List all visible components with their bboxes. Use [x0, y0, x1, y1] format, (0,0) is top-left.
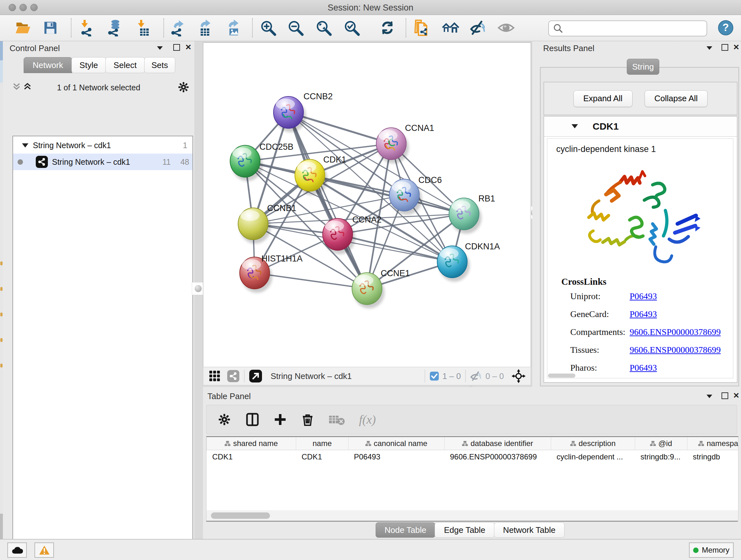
- network-list: String Network – cdk1 1 String Network –…: [12, 136, 193, 560]
- column-header-name[interactable]: name: [296, 437, 348, 450]
- table-cell[interactable]: CDK1: [296, 450, 348, 463]
- search-box[interactable]: [548, 20, 707, 37]
- tab-edge-table[interactable]: Edge Table: [434, 522, 495, 538]
- warning-icon: [39, 545, 50, 555]
- control-panel: Control Panel ✕ NetworkStyleSelectSets 1…: [3, 41, 194, 539]
- import-network-file-icon[interactable]: [78, 19, 96, 37]
- cloud-icon: [11, 546, 23, 554]
- hide-panel-eye-icon[interactable]: [469, 19, 487, 37]
- show-columns-icon[interactable]: [246, 413, 259, 427]
- share-file-icon[interactable]: [413, 19, 431, 37]
- zoom-out-icon[interactable]: [286, 19, 305, 37]
- table-panel-close-icon[interactable]: ✕: [733, 392, 739, 399]
- column-header-canonical-name[interactable]: canonical name: [348, 437, 444, 450]
- crosslink-link[interactable]: 9606.ENSP00000378699: [630, 345, 721, 355]
- zoom-selected-icon[interactable]: [343, 19, 360, 37]
- results-panel-close-icon[interactable]: ✕: [733, 44, 739, 51]
- toolbar-separator: [163, 18, 164, 37]
- column-header-database-identifier[interactable]: database identifier: [444, 437, 551, 450]
- selected-checkbox-icon[interactable]: [429, 371, 439, 381]
- export-network-icon[interactable]: [169, 19, 186, 37]
- help-icon[interactable]: ?: [717, 19, 735, 37]
- network-row-selected[interactable]: String Network – cdk1 11 48: [13, 153, 192, 170]
- tab-sets[interactable]: Sets: [144, 57, 175, 73]
- birdseye-view-icon[interactable]: [249, 369, 262, 383]
- home-pages-icon[interactable]: [441, 19, 459, 37]
- gene-section-header[interactable]: CDK1: [544, 117, 737, 137]
- pan-crosshair-icon[interactable]: [511, 368, 526, 384]
- gene-details: cyclin-dependent kinase 1: [547, 138, 733, 378]
- status-bar: Memory: [0, 539, 741, 560]
- tab-style[interactable]: Style: [71, 57, 106, 73]
- delete-table-icon: [328, 413, 345, 426]
- column-header-description[interactable]: description: [551, 437, 635, 450]
- table-cell[interactable]: stringdb:9...: [635, 450, 687, 463]
- save-session-icon[interactable]: [42, 19, 59, 37]
- table-gear-icon[interactable]: [217, 413, 231, 427]
- crosslink-link[interactable]: P06493: [630, 291, 657, 301]
- control-panel-menu-icon[interactable]: [157, 46, 163, 50]
- warning-status-button[interactable]: [35, 543, 54, 558]
- delete-column-icon[interactable]: [301, 413, 314, 426]
- results-panel-title: Results Panel: [543, 44, 594, 53]
- table-cell[interactable]: CDK1: [206, 450, 296, 463]
- tab-node-table[interactable]: Node Table: [376, 522, 435, 538]
- memory-button[interactable]: Memory: [689, 543, 734, 558]
- tab-select[interactable]: Select: [105, 57, 145, 73]
- table-panel-float-icon[interactable]: [722, 392, 728, 399]
- refresh-icon[interactable]: [379, 19, 396, 37]
- network-collection-row[interactable]: String Network – cdk1 1: [13, 137, 192, 153]
- export-image-icon[interactable]: [223, 19, 241, 37]
- table-horizontal-scrollbar[interactable]: [206, 510, 738, 521]
- column-header-shared-name[interactable]: shared name: [206, 437, 296, 450]
- control-panel-float-icon[interactable]: [173, 44, 180, 51]
- show-panel-eye-icon[interactable]: [497, 19, 515, 37]
- screen-edge-strip: [0, 41, 3, 539]
- open-session-icon[interactable]: [14, 19, 32, 37]
- table-panel-menu-icon[interactable]: [706, 395, 712, 398]
- network-canvas[interactable]: CCNB2CCNA1CDC25BCDK1CDC6RB1CCNB1CCNA2CDK…: [203, 43, 531, 367]
- table-cell[interactable]: 9606.ENSP00000378699: [444, 450, 551, 463]
- tab-string[interactable]: String: [627, 59, 659, 75]
- control-panel-close-icon[interactable]: ✕: [185, 44, 192, 51]
- hidden-eye-icon[interactable]: [470, 371, 482, 381]
- network-view-title: String Network – cdk1: [271, 371, 352, 381]
- crosslink-link[interactable]: P06493: [630, 309, 657, 319]
- column-type-icon: [570, 441, 576, 446]
- results-scrollbar-thumb[interactable]: [548, 374, 576, 378]
- gene-collapse-icon[interactable]: [571, 124, 578, 128]
- network-share-view-icon[interactable]: [227, 370, 240, 382]
- left-splitter-handle[interactable]: [192, 282, 205, 295]
- column-header-namespace[interactable]: namespace: [687, 437, 738, 450]
- collapse-all-button[interactable]: Collapse All: [645, 90, 708, 107]
- table-cell[interactable]: P06493: [348, 450, 444, 463]
- export-table-icon[interactable]: [195, 19, 213, 37]
- crosslink-link[interactable]: 9606.ENSP00000378699: [630, 327, 721, 337]
- expand-all-button[interactable]: Expand All: [574, 90, 632, 107]
- svg-text:?: ?: [723, 22, 729, 33]
- results-panel-menu-icon[interactable]: [706, 46, 712, 50]
- collection-expand-icon[interactable]: [22, 143, 28, 147]
- import-table-file-icon[interactable]: [134, 19, 152, 37]
- table-cell[interactable]: cyclin-dependent ...: [551, 450, 635, 463]
- selected-counts: 1 – 0: [442, 371, 461, 381]
- grid-view-icon[interactable]: [208, 370, 221, 382]
- table-cell[interactable]: stringdb: [687, 450, 738, 463]
- import-network-database-icon[interactable]: [105, 19, 123, 37]
- toolbar-separator: [425, 370, 425, 382]
- collection-label: String Network – cdk1: [33, 141, 111, 150]
- results-panel-float-icon[interactable]: [722, 44, 728, 51]
- network-options-gear-icon[interactable]: [177, 81, 190, 94]
- tab-network-table[interactable]: Network Table: [494, 522, 564, 538]
- table-row[interactable]: CDK1CDK1P064939606.ENSP00000378699cyclin…: [206, 450, 738, 463]
- add-column-icon[interactable]: [273, 413, 287, 426]
- node-label-cdkn1a: CDKN1A: [465, 242, 500, 251]
- column-header--id[interactable]: @id: [635, 437, 687, 450]
- zoom-in-icon[interactable]: [259, 19, 277, 37]
- table-scrollbar-thumb[interactable]: [211, 512, 270, 519]
- zoom-fit-icon[interactable]: [315, 19, 333, 37]
- tab-network[interactable]: Network: [23, 57, 72, 73]
- crosslink-link[interactable]: P06493: [630, 363, 657, 373]
- cloud-status-button[interactable]: [7, 543, 27, 558]
- search-input[interactable]: [566, 22, 706, 35]
